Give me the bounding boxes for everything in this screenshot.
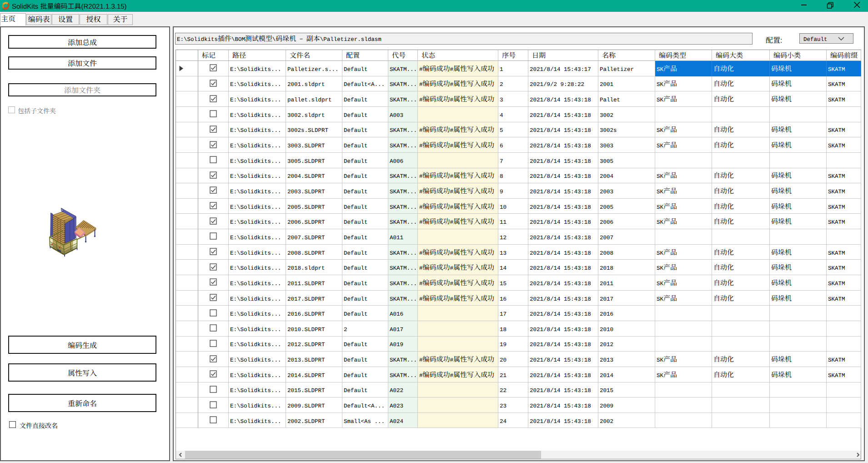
svg-text:SOLIDKITS: SOLIDKITS xyxy=(2,9,9,10)
